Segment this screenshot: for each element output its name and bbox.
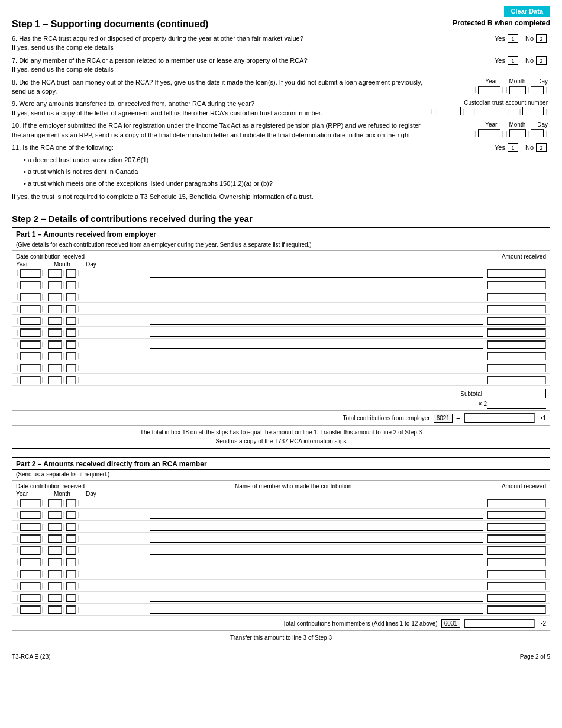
p2-name-5[interactable] — [150, 546, 483, 555]
q8-month-input[interactable] — [509, 86, 526, 94]
q11-yes-checkbox[interactable]: 1 — [508, 143, 518, 152]
p1-amount-10[interactable] — [487, 376, 546, 384]
p1-desc-10[interactable] — [150, 376, 483, 384]
p2-month-4[interactable] — [48, 534, 62, 543]
p1-year-8[interactable] — [20, 352, 41, 360]
p1-day-2[interactable] — [66, 281, 76, 289]
clear-data-button[interactable]: Clear Data — [504, 6, 550, 17]
p1-month-7[interactable] — [48, 340, 62, 349]
p1-year-2[interactable] — [20, 281, 41, 289]
q10-month-input[interactable] — [509, 129, 526, 137]
q6-no-checkbox[interactable]: 2 — [536, 34, 547, 43]
p2-year-1[interactable] — [20, 499, 41, 507]
p1-year-1[interactable] — [20, 269, 41, 278]
p2-name-8[interactable] — [150, 582, 483, 590]
p2-month-8[interactable] — [48, 582, 62, 590]
p1-amount-3[interactable] — [487, 293, 546, 301]
q11-no-checkbox[interactable]: 2 — [536, 143, 547, 152]
p1-day-1[interactable] — [66, 269, 76, 278]
q9-account-1[interactable] — [440, 107, 461, 115]
q9-account-2[interactable] — [477, 107, 506, 115]
p2-year-8[interactable] — [20, 582, 41, 590]
p1-year-7[interactable] — [20, 340, 41, 349]
p2-amount-1[interactable] — [487, 499, 546, 507]
p2-name-10[interactable] — [150, 605, 483, 614]
p2-amount-4[interactable] — [487, 534, 546, 543]
p2-name-6[interactable] — [150, 558, 483, 566]
p1-month-4[interactable] — [48, 305, 62, 313]
p2-month-1[interactable] — [48, 499, 62, 507]
q7-no-checkbox[interactable]: 2 — [536, 56, 547, 65]
p2-day-4[interactable] — [66, 534, 76, 543]
p1-desc-9[interactable] — [150, 364, 483, 372]
p2-month-5[interactable] — [48, 546, 62, 555]
p1-desc-5[interactable] — [150, 317, 483, 325]
p1-day-6[interactable] — [66, 328, 76, 337]
p1-day-3[interactable] — [66, 293, 76, 301]
p2-amount-10[interactable] — [487, 605, 546, 614]
p1-day-7[interactable] — [66, 340, 76, 349]
p2-amount-9[interactable] — [487, 594, 546, 602]
p1-day-9[interactable] — [66, 364, 76, 372]
p1-day-8[interactable] — [66, 352, 76, 360]
p2-year-7[interactable] — [20, 570, 41, 578]
p1-month-3[interactable] — [48, 293, 62, 301]
p2-year-9[interactable] — [20, 594, 41, 602]
q8-year-input[interactable] — [478, 86, 500, 94]
p1-year-4[interactable] — [20, 305, 41, 313]
part2-total-input[interactable] — [464, 619, 535, 628]
p1-desc-3[interactable] — [150, 293, 483, 301]
p2-year-3[interactable] — [20, 523, 41, 531]
p1-day-4[interactable] — [66, 305, 76, 313]
q9-account-3[interactable] — [522, 107, 544, 115]
p2-name-2[interactable] — [150, 511, 483, 519]
p1-amount-6[interactable] — [487, 328, 546, 337]
p2-amount-6[interactable] — [487, 558, 546, 566]
p2-amount-5[interactable] — [487, 546, 546, 555]
p1-desc-7[interactable] — [150, 340, 483, 349]
p1-amount-4[interactable] — [487, 305, 546, 313]
p2-year-5[interactable] — [20, 546, 41, 555]
p2-name-3[interactable] — [150, 523, 483, 531]
p2-day-1[interactable] — [66, 499, 76, 507]
p2-month-2[interactable] — [48, 511, 62, 519]
q10-year-input[interactable] — [478, 129, 500, 137]
p1-month-1[interactable] — [48, 269, 62, 278]
p1-month-2[interactable] — [48, 281, 62, 289]
p1-year-9[interactable] — [20, 364, 41, 372]
p1-amount-7[interactable] — [487, 340, 546, 349]
p2-year-10[interactable] — [20, 605, 41, 614]
p1-year-5[interactable] — [20, 317, 41, 325]
p1-month-8[interactable] — [48, 352, 62, 360]
p2-day-2[interactable] — [66, 511, 76, 519]
p1-desc-1[interactable] — [150, 269, 483, 278]
p2-name-1[interactable] — [150, 499, 483, 507]
part1-subtotal-box[interactable] — [487, 389, 546, 398]
p2-day-8[interactable] — [66, 582, 76, 590]
p1-month-6[interactable] — [48, 328, 62, 337]
p1-amount-9[interactable] — [487, 364, 546, 372]
q10-day-input[interactable] — [531, 129, 544, 137]
p2-amount-8[interactable] — [487, 582, 546, 590]
p1-month-9[interactable] — [48, 364, 62, 372]
p1-amount-8[interactable] — [487, 352, 546, 360]
p2-day-10[interactable] — [66, 605, 76, 614]
q6-yes-checkbox[interactable]: 1 — [508, 34, 518, 43]
p2-year-6[interactable] — [20, 558, 41, 566]
p2-day-7[interactable] — [66, 570, 76, 578]
p1-year-6[interactable] — [20, 328, 41, 337]
p2-month-9[interactable] — [48, 594, 62, 602]
p2-name-7[interactable] — [150, 570, 483, 578]
p1-desc-2[interactable] — [150, 281, 483, 289]
p1-day-10[interactable] — [66, 376, 76, 384]
p1-year-10[interactable] — [20, 376, 41, 384]
p2-month-6[interactable] — [48, 558, 62, 566]
p1-desc-4[interactable] — [150, 305, 483, 313]
p2-day-6[interactable] — [66, 558, 76, 566]
p2-amount-7[interactable] — [487, 570, 546, 578]
p2-year-2[interactable] — [20, 511, 41, 519]
p1-amount-1[interactable] — [487, 269, 546, 278]
p1-month-10[interactable] — [48, 376, 62, 384]
p1-day-5[interactable] — [66, 317, 76, 325]
p1-desc-8[interactable] — [150, 352, 483, 360]
